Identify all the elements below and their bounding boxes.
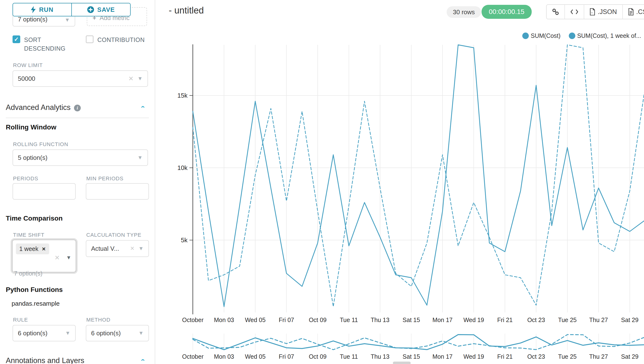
mini-x-tick-label: Fri 07: [279, 353, 294, 360]
x-tick-label: Wed 05: [245, 316, 266, 323]
mini-x-tick-label: Sat 29: [621, 353, 638, 360]
mini-x-tick-label: Thu 27: [589, 353, 608, 360]
x-tick-label: Fri 07: [279, 316, 294, 323]
run-button-label: RUN: [39, 6, 53, 14]
x-tick-label: Sat 29: [621, 316, 638, 323]
x-tick-label: Fri 21: [497, 316, 513, 323]
mini-x-tick-label: Tue 25: [558, 353, 577, 360]
mini-x-tick-label: Wed 19: [464, 353, 484, 360]
y-tick-label: 15k: [178, 92, 188, 99]
scroll-handle[interactable]: [393, 362, 411, 364]
x-tick-label: Thu 27: [589, 316, 608, 323]
mini-x-tick-label: Mon 03: [214, 353, 234, 360]
mini-x-tick-label: Oct 23: [527, 353, 545, 360]
x-tick-label: Tue 11: [340, 316, 358, 323]
mini-x-tick-label: Tue 11: [340, 353, 358, 360]
x-tick-label: Oct 23: [527, 316, 545, 323]
main-plot-area: OctoberMon 03Wed 05Fri 07Oct 09Tue 11Thu…: [178, 44, 644, 323]
mini-series-line-sum-cost-1-week-offset: [193, 334, 644, 350]
mini-x-tick-label: October: [182, 353, 204, 360]
timeseries-chart[interactable]: OctoberMon 03Wed 05Fri 07Oct 09Tue 11Thu…: [0, 0, 644, 364]
lightning-bolt-icon: [31, 6, 36, 13]
x-tick-label: Oct 09: [309, 316, 326, 323]
run-button[interactable]: RUN: [13, 3, 71, 16]
y-tick-label: 10k: [178, 164, 188, 172]
x-tick-label: Thu 13: [371, 316, 390, 323]
x-tick-label: Mon 17: [432, 316, 452, 323]
save-button-label: SAVE: [97, 6, 115, 14]
run-save-button-group: RUN SAVE: [12, 3, 131, 16]
x-tick-label: Mon 03: [214, 316, 234, 323]
x-tick-label: October: [182, 316, 204, 323]
mini-chart: OctoberMon 03Wed 05Fri 07Oct 09Tue 11Thu…: [182, 334, 644, 360]
y-tick-label: 5k: [181, 236, 188, 244]
mini-x-tick-label: Oct 09: [309, 353, 326, 360]
save-button[interactable]: SAVE: [71, 3, 130, 16]
series-line-sum-cost-1-week-offset[interactable]: [193, 45, 644, 307]
x-tick-label: Wed 19: [464, 316, 484, 323]
x-tick-label: Tue 25: [558, 316, 577, 323]
mini-x-tick-label: Wed 05: [245, 353, 266, 360]
x-tick-label: Sat 15: [402, 316, 420, 323]
mini-x-tick-label: Sat 15: [402, 353, 420, 360]
mini-x-tick-label: Mon 17: [432, 353, 452, 360]
mini-x-tick-label: Thu 13: [371, 353, 390, 360]
plus-circle-icon: [87, 6, 94, 13]
explore-view: 7 option(s) ▼ + Add metric RUN SAVE ✓ SO…: [0, 0, 644, 364]
mini-x-tick-label: Fri 21: [497, 353, 513, 360]
mini-series-line-sum-cost: [193, 334, 644, 350]
